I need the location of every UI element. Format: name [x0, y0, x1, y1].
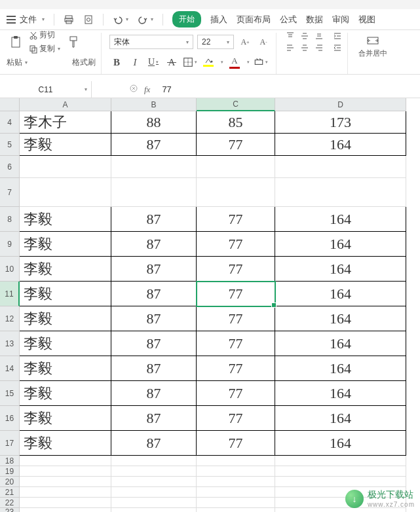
cell[interactable] [20, 487, 111, 498]
cell[interactable] [20, 178, 111, 207]
row-header[interactable]: 7 [0, 178, 20, 207]
cell[interactable]: 164 [275, 282, 406, 306]
cell[interactable] [197, 508, 275, 512]
cell[interactable]: 173 [275, 111, 406, 134]
name-box[interactable]: C11 ▾ [0, 81, 92, 98]
cell[interactable] [197, 498, 275, 508]
font-color-button[interactable]: A [227, 55, 242, 69]
fx-icon[interactable]: fx [144, 84, 150, 95]
cell[interactable] [275, 178, 406, 207]
paste-label-button[interactable]: 粘贴▾ [7, 57, 28, 68]
row-header[interactable]: 20 [0, 477, 20, 487]
cell[interactable] [20, 498, 111, 508]
cell[interactable] [275, 508, 406, 512]
decrease-font-icon[interactable]: A- [256, 35, 271, 49]
align-right-icon[interactable] [313, 43, 325, 53]
italic-button[interactable]: I [128, 55, 142, 69]
row-header[interactable]: 6 [0, 156, 20, 178]
cell[interactable]: 77 [197, 381, 275, 406]
redo-button[interactable]: ▾ [138, 14, 153, 25]
cell[interactable] [20, 156, 111, 178]
align-top-icon[interactable] [284, 31, 296, 41]
merge-cells-button[interactable]: 合并居中 [356, 33, 390, 60]
row-header[interactable]: 16 [0, 406, 20, 431]
cell[interactable]: 李毅 [20, 232, 111, 257]
cell[interactable] [20, 466, 111, 477]
tab-start[interactable]: 开始 [172, 11, 201, 27]
cell[interactable] [275, 156, 406, 178]
row-header[interactable]: 15 [0, 381, 20, 406]
align-center-icon[interactable] [299, 43, 311, 53]
cell[interactable]: 87 [111, 406, 197, 431]
row-header[interactable]: 18 [0, 456, 20, 466]
align-middle-icon[interactable] [299, 31, 311, 41]
row-header[interactable]: 10 [0, 257, 20, 282]
column-header[interactable]: A [20, 98, 111, 111]
fill-color-button[interactable] [201, 55, 216, 69]
cell[interactable]: 87 [111, 356, 197, 381]
cell[interactable]: 77 [197, 134, 275, 156]
cell[interactable]: 164 [275, 232, 406, 257]
cell[interactable]: 77 [197, 232, 275, 257]
print-preview-icon[interactable] [83, 14, 94, 25]
row-header[interactable]: 11 [0, 282, 20, 306]
cell[interactable]: 88 [111, 111, 197, 134]
cell[interactable]: 李毅 [20, 257, 111, 282]
cell[interactable]: 77 [197, 406, 275, 431]
cell[interactable] [197, 456, 275, 466]
cell[interactable]: 李毅 [20, 431, 111, 456]
tab-formulas[interactable]: 公式 [280, 14, 297, 26]
tab-data[interactable]: 数据 [306, 14, 323, 26]
row-header[interactable]: 5 [0, 134, 20, 156]
cell[interactable]: 李毅 [20, 134, 111, 156]
cell[interactable]: 164 [275, 406, 406, 431]
cell[interactable]: 李毅 [20, 356, 111, 381]
row-header[interactable]: 17 [0, 431, 20, 456]
file-menu[interactable]: 文件 ▾ [7, 14, 45, 26]
row-header[interactable]: 19 [0, 466, 20, 477]
cell[interactable] [111, 498, 197, 508]
cell[interactable] [111, 466, 197, 477]
borders-button[interactable]: ▾ [183, 55, 197, 69]
cell[interactable] [111, 456, 197, 466]
cell[interactable]: 77 [197, 331, 275, 356]
cell[interactable]: 164 [275, 356, 406, 381]
cell[interactable] [197, 466, 275, 477]
row-header[interactable]: 21 [0, 487, 20, 498]
cell[interactable]: 87 [111, 431, 197, 456]
strikethrough-button[interactable]: A [164, 55, 179, 69]
cell[interactable] [111, 508, 197, 512]
align-bottom-icon[interactable] [313, 31, 325, 41]
cell[interactable] [111, 156, 197, 178]
column-header[interactable]: D [275, 98, 406, 111]
formula-value[interactable]: 77 [155, 84, 171, 94]
cell[interactable]: 李毅 [20, 406, 111, 431]
cell[interactable] [20, 456, 111, 466]
font-name-select[interactable]: 宋体▾ [109, 35, 193, 49]
cell[interactable]: 164 [275, 306, 406, 331]
cell[interactable]: 87 [111, 381, 197, 406]
paste-button[interactable] [7, 34, 25, 50]
cell[interactable] [111, 178, 197, 207]
undo-button[interactable]: ▾ [113, 14, 128, 25]
tab-insert[interactable]: 插入 [210, 14, 227, 26]
cell[interactable]: 李毅 [20, 207, 111, 232]
column-header[interactable]: C [197, 98, 275, 111]
cell[interactable]: 李毅 [20, 331, 111, 356]
cell[interactable]: 87 [111, 257, 197, 282]
cell[interactable]: 164 [275, 381, 406, 406]
cell[interactable]: 李毅 [20, 381, 111, 406]
cell[interactable]: 李毅 [20, 306, 111, 331]
cell[interactable]: 87 [111, 232, 197, 257]
cell[interactable]: 87 [111, 331, 197, 356]
cell[interactable] [111, 487, 197, 498]
cell[interactable]: 87 [111, 134, 197, 156]
row-header[interactable]: 23 [0, 508, 20, 512]
align-left-icon[interactable] [284, 43, 296, 53]
cell[interactable]: 164 [275, 331, 406, 356]
font-size-select[interactable]: 22▾ [197, 35, 234, 49]
bold-button[interactable]: B [109, 55, 124, 69]
cell[interactable] [197, 477, 275, 487]
row-header[interactable]: 9 [0, 232, 20, 257]
cell[interactable] [197, 178, 275, 207]
